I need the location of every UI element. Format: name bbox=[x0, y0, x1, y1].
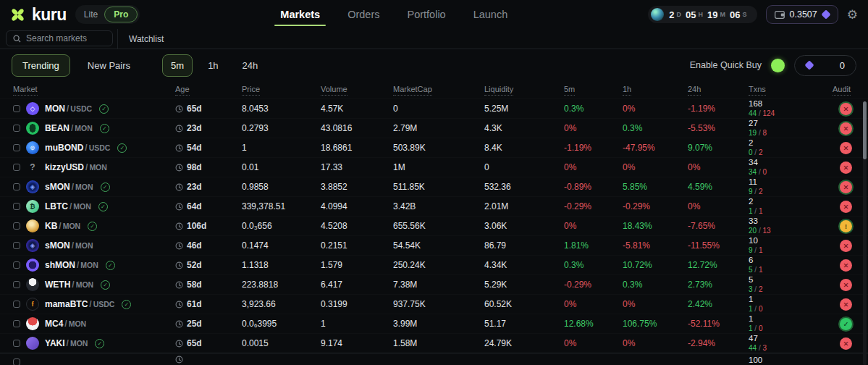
age-cell: 98d bbox=[175, 162, 242, 172]
verified-badge-icon: ✓ bbox=[117, 143, 127, 153]
pair-quote: USDC bbox=[70, 104, 92, 113]
nav-launch[interactable]: Launch bbox=[472, 1, 510, 28]
table-row[interactable]: YAKI/MON ✓ 65d 0.0015 9.174 1.58M 24.79K… bbox=[0, 333, 868, 353]
liquidity-cell: 24.79K bbox=[484, 338, 564, 348]
col-audit: Audit bbox=[825, 85, 868, 96]
filter-trending-button[interactable]: Trending bbox=[12, 54, 70, 77]
audit-badge-icon[interactable]: ✕ bbox=[840, 161, 852, 174]
preview-frame-icon[interactable] bbox=[13, 261, 20, 269]
timeframe-24h-button[interactable]: 24h bbox=[234, 54, 267, 77]
preview-frame-icon[interactable] bbox=[13, 203, 20, 210]
audit-badge-icon[interactable]: ✕ bbox=[840, 181, 852, 193]
col-5m: 5m bbox=[564, 85, 623, 96]
nav-markets[interactable]: Markets bbox=[279, 1, 321, 28]
txns-buys: 44 bbox=[749, 109, 757, 117]
mode-pro-button[interactable]: Pro bbox=[104, 7, 138, 22]
table-row[interactable]: ₿ LBTC/MON ✓ 64d 339,378.51 4.0994 3.42B… bbox=[0, 196, 868, 216]
mode-lite-button[interactable]: Lite bbox=[77, 7, 104, 22]
settings-gear-icon[interactable]: ⚙︎ bbox=[847, 9, 858, 21]
preview-frame-icon[interactable] bbox=[13, 183, 20, 190]
pair-separator: / bbox=[88, 299, 93, 309]
countdown-chip[interactable]: 2 D 05 H 19 M 06 S bbox=[648, 6, 757, 23]
volume-cell: 43.0816 bbox=[321, 123, 393, 133]
table-row[interactable]: ⊚ muBOND/USDC ✓ 54d 1 18.6861 503.89K 8.… bbox=[0, 138, 868, 157]
price-cell: 8.0453 bbox=[242, 104, 321, 114]
countdown-days: 2 bbox=[669, 9, 674, 20]
volume-cell: 0.3199 bbox=[321, 299, 393, 309]
market-cell: ⊚ muBOND/USDC ✓ bbox=[13, 141, 175, 154]
audit-badge-icon[interactable]: ✕ bbox=[840, 259, 852, 272]
audit-badge-icon[interactable]: ✕ bbox=[840, 279, 852, 291]
pair-base: KB bbox=[45, 221, 57, 231]
pair-label: sMON/MON bbox=[45, 182, 93, 192]
audit-badge-icon[interactable]: ✕ bbox=[840, 201, 852, 213]
preview-frame-icon[interactable] bbox=[13, 358, 20, 365]
audit-badge-icon[interactable]: ✕ bbox=[840, 103, 852, 115]
pair-base: mamaBTC bbox=[45, 299, 88, 309]
verified-badge-icon: ✓ bbox=[99, 104, 109, 114]
txns-sells: 1 bbox=[759, 246, 763, 254]
audit-badge-icon[interactable]: ! bbox=[840, 220, 852, 232]
filter-new-pairs-button[interactable]: New Pairs bbox=[77, 54, 141, 77]
age-value: 61d bbox=[187, 299, 202, 309]
age-value: 65d bbox=[187, 338, 202, 348]
audit-badge-icon[interactable]: ✕ bbox=[840, 122, 852, 135]
preview-frame-icon[interactable] bbox=[13, 242, 20, 249]
quick-buy-toggle[interactable] bbox=[771, 59, 785, 72]
preview-frame-icon[interactable] bbox=[13, 281, 20, 288]
market-cell: ◈ sMON/MON ✓ bbox=[13, 180, 175, 193]
wallet-balance-button[interactable]: 0.3507 bbox=[766, 5, 838, 24]
preview-frame-icon[interactable] bbox=[13, 301, 20, 308]
table-row[interactable]: BEAN/MON ✓ 23d 0.2793 43.0816 2.79M 4.3K… bbox=[0, 118, 868, 138]
table-row[interactable]: / ✓ 100 / bbox=[0, 353, 868, 365]
scrollbar-track[interactable] bbox=[863, 101, 867, 365]
brand[interactable]: kuru bbox=[9, 5, 67, 25]
table-row[interactable]: f mamaBTC/USDC ✓ 61d 3,923.66 0.3199 937… bbox=[0, 294, 868, 314]
preview-frame-icon[interactable] bbox=[13, 340, 20, 347]
table-row[interactable]: ? kizzyUSD/MON ✓ 98d 0.01 17.33 1M 0 0% … bbox=[0, 157, 868, 177]
pair-label: KB/MON bbox=[45, 221, 80, 231]
table-row[interactable]: MC4/MON ✓ 25d 0.0₆3995 1 3.99M 51.17 12.… bbox=[0, 314, 868, 333]
preview-frame-icon[interactable] bbox=[13, 144, 20, 151]
timeframe-1h-button[interactable]: 1h bbox=[199, 54, 227, 77]
quick-buy-amount-input[interactable]: 0 bbox=[794, 55, 856, 76]
kuru-logo-icon bbox=[9, 6, 27, 24]
audit-badge-icon[interactable]: ✕ bbox=[840, 337, 852, 350]
volume-cell: 1 bbox=[321, 319, 393, 329]
countdown-minutes-unit: M bbox=[720, 11, 726, 18]
table-row[interactable]: ◈ sMON/MON ✓ 46d 0.1474 0.2151 54.54K 86… bbox=[0, 235, 868, 255]
scrollbar-thumb[interactable] bbox=[863, 101, 867, 159]
preview-frame-icon[interactable] bbox=[13, 125, 20, 132]
nav-portfolio[interactable]: Portfolio bbox=[405, 1, 447, 28]
table-row[interactable]: ◈ sMON/MON ✓ 23d 0.9858 3.8852 511.85K 5… bbox=[0, 177, 868, 196]
preview-frame-icon[interactable] bbox=[13, 222, 20, 230]
table-row[interactable]: KB/MON ✓ 106d 0.0₃656 4.5208 655.56K 3.0… bbox=[0, 216, 868, 235]
table-row[interactable]: ◇ MON/USDC ✓ 65d 8.0453 4.57K 0 5.25M 0.… bbox=[0, 98, 868, 118]
table-row[interactable]: shMON/MON ✓ 52d 1.1318 1.579 250.24K 4.3… bbox=[0, 255, 868, 274]
audit-badge-icon[interactable]: ✕ bbox=[840, 240, 852, 252]
change-1h-cell: 0% bbox=[623, 104, 688, 114]
search-input[interactable]: Search markets bbox=[6, 30, 113, 46]
txns-total: 168 bbox=[749, 99, 825, 109]
change-24h-cell: 0% bbox=[688, 162, 749, 172]
txns-ratio: 9 / 2 bbox=[749, 188, 825, 196]
audit-badge-icon[interactable]: ✕ bbox=[840, 142, 852, 154]
audit-badge-icon[interactable]: ✓ bbox=[840, 318, 852, 330]
timeframe-5m-button[interactable]: 5m bbox=[162, 54, 193, 77]
verified-badge-icon: ✓ bbox=[122, 300, 131, 309]
pair-separator: / bbox=[65, 338, 70, 348]
liquidity-cell: 4.34K bbox=[484, 260, 564, 270]
age-cell: 65d bbox=[175, 338, 242, 348]
preview-frame-icon[interactable] bbox=[13, 164, 20, 171]
watchlist-tab[interactable]: Watchlist bbox=[118, 29, 164, 49]
audit-cell: ✕ bbox=[825, 103, 868, 115]
pair-base: BEAN bbox=[45, 123, 69, 133]
pair-quote: MON bbox=[69, 319, 87, 328]
token-icon: ◈ bbox=[26, 180, 39, 193]
audit-badge-icon[interactable]: ✕ bbox=[840, 298, 852, 311]
preview-frame-icon[interactable] bbox=[13, 105, 20, 112]
txns-sells: 3 bbox=[762, 344, 767, 352]
table-row[interactable]: WETH/MON ✓ 58d 223.8818 6.417 7.38M 5.29… bbox=[0, 274, 868, 294]
nav-orders[interactable]: Orders bbox=[346, 1, 381, 28]
preview-frame-icon[interactable] bbox=[13, 320, 20, 327]
